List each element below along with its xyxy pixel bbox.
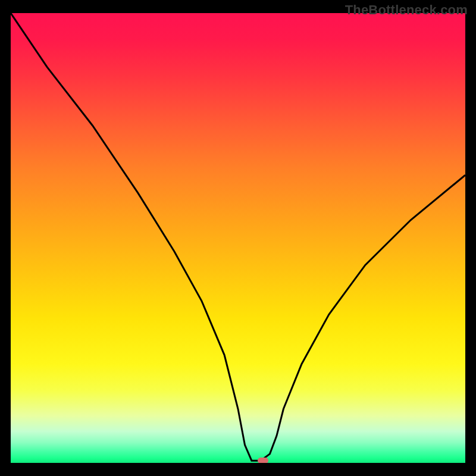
chart-frame: TheBottleneck.com	[0, 0, 476, 476]
plot-area	[11, 13, 465, 463]
curve-svg	[11, 13, 465, 463]
optimum-marker	[258, 458, 268, 463]
watermark-text: TheBottleneck.com	[345, 2, 468, 18]
bottleneck-curve	[11, 13, 465, 461]
